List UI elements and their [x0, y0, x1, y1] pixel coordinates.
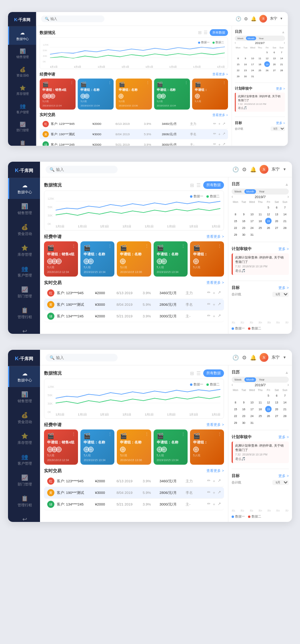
cal-day[interactable] [235, 49, 241, 55]
expense-card-3[interactable]: 🎬 申请组：名称 A B 5人组 2019/10/15 13:34 ⋮ [154, 78, 190, 109]
goal-more[interactable]: 更多 > [276, 120, 285, 125]
cal-day[interactable]: 7 [279, 49, 284, 55]
cal-day[interactable]: 14 [279, 55, 284, 61]
add-icon[interactable]: ＋ [218, 122, 221, 126]
edit-icon[interactable]: ✏ [213, 142, 216, 146]
cal-day[interactable]: 27 [272, 67, 277, 73]
cal-day[interactable]: 23 [242, 67, 248, 73]
add-icon[interactable]: ＋ [218, 132, 221, 136]
card-menu-0[interactable]: ⋮ [70, 81, 74, 85]
expense-card-2-3[interactable]: 🎬 申请组：名称 AB 5人组 2019/10/15 13:34 ⋮ [154, 241, 188, 277]
sidebar-item-3-2[interactable]: 💰 资金活动 [8, 408, 40, 429]
sidebar-item-inventory-2[interactable]: ⭐ 库存管理 [8, 241, 40, 261]
expense-card-1[interactable]: 🎬 申请组：名称 A B 5人组 2019/10/15 13:34 ⋮ [78, 78, 114, 109]
cal-day[interactable] [257, 73, 263, 79]
cal-day-today[interactable]: 19 [264, 61, 270, 67]
sidebar-item-schedule-2[interactable]: 📋 管理行程 [8, 303, 40, 324]
avatar[interactable]: 东 [259, 15, 267, 22]
cal-day[interactable]: 20 [272, 61, 277, 67]
sidebar-item-3-0[interactable]: ☁ 数据中心 [8, 366, 40, 387]
sidebar-item-funds-2[interactable]: 💰 资金活动 [8, 220, 40, 241]
sidebar-item-3-6[interactable]: 📋 管理行程 [8, 491, 40, 512]
sidebar-item-3-5[interactable]: 📈 部门管理 [8, 470, 40, 491]
cal-day[interactable]: 13 [272, 55, 277, 61]
edit-icon[interactable]: ✏ [213, 132, 216, 136]
cal-day[interactable]: 28 [279, 67, 284, 73]
cal-day[interactable] [250, 49, 255, 55]
all-data-button-2[interactable]: 所有数据 [203, 181, 224, 189]
search-input[interactable] [50, 17, 101, 21]
cal-day[interactable]: 24 [250, 67, 255, 73]
card-menu-2[interactable]: ⋮ [146, 81, 150, 85]
cal-day[interactable]: 18 [257, 61, 263, 67]
cal-day[interactable]: 9 [242, 55, 248, 61]
dropdown-icon-2[interactable]: ▼ [283, 167, 286, 171]
goal-select[interactable]: 9月 [270, 126, 285, 131]
sidebar-item-logout-2[interactable]: ↩ 退出 [8, 324, 40, 334]
clock-icon-2[interactable]: 🕐 [232, 167, 239, 173]
expense-card-4[interactable]: 🎬 申请组： A 5人组 ⋮ [192, 78, 228, 109]
cal-day[interactable] [272, 73, 277, 79]
cal-day[interactable]: 21 [279, 61, 284, 67]
cal-day[interactable]: 12 [264, 55, 270, 61]
sidebar-item-inventory[interactable]: ⭐ 库存管理 [8, 81, 36, 100]
cal-tab-year[interactable]: Year [257, 36, 265, 40]
cal-day[interactable]: 22 [235, 67, 241, 73]
search-input-2[interactable] [56, 167, 114, 172]
share-icon[interactable]: ↗ [222, 132, 225, 136]
sidebar-item-customers[interactable]: 👥 客户管理 [8, 100, 36, 118]
cal-day[interactable] [279, 73, 284, 79]
cal-day[interactable] [242, 49, 248, 55]
sidebar-item-data-center[interactable]: ☁ 数据中心 [8, 26, 36, 45]
card-menu-1[interactable]: ⋮ [108, 81, 112, 85]
cal-day[interactable] [257, 49, 263, 55]
sidebar-item-schedule[interactable]: 📋 管理行程 [8, 136, 36, 146]
cal-tab-month[interactable]: Month [246, 36, 256, 40]
search-box[interactable]: 🔍 [41, 15, 104, 22]
gear-icon[interactable]: ⚙ [244, 16, 248, 21]
share-icon[interactable]: ↗ [222, 122, 225, 126]
cal-day[interactable]: 26 [264, 67, 270, 73]
expense-card-0[interactable]: 🎬 申请组：销售4组 A B C 5人组 2019/10/13 12:34 ⋮ [40, 78, 76, 109]
cal-day[interactable]: 11 [257, 55, 263, 61]
dropdown-icon[interactable]: ▼ [280, 17, 283, 20]
cal-tab-week[interactable]: Week [235, 36, 245, 40]
sidebar-item-3-3[interactable]: ⭐ 库存管理 [8, 429, 40, 449]
expense-card-2-2[interactable]: 🎬 申请组：名称 A 5人组 2019/10/15 13:36 ⋮ [117, 241, 151, 277]
bell-icon-2[interactable]: 🔔 [250, 167, 256, 173]
sidebar-item-sales[interactable]: 📊 销售管理 [8, 45, 36, 63]
sidebar-item-departments[interactable]: 📈 部门管理 [8, 118, 36, 136]
expense-card-2-1[interactable]: 🎬 申请组：名称 AB 5人组 2019/10/15 13:34 ⋮ [80, 241, 114, 277]
cal-day[interactable]: 30 [242, 73, 248, 79]
sidebar-item-3-4[interactable]: 👥 客户管理 [8, 449, 40, 470]
expense-card-2-4[interactable]: 🎬 申请组： A 5人组 ⋮ [190, 241, 224, 277]
card-menu-3[interactable]: ⋮ [184, 81, 188, 85]
cal-day[interactable] [264, 73, 270, 79]
sidebar-item-3-1[interactable]: 📊 销售管理 [8, 387, 40, 408]
edit-icon[interactable]: ✏ [213, 122, 216, 126]
cal-day[interactable]: 17 [250, 61, 255, 67]
card-menu-4[interactable]: ⋮ [222, 81, 226, 85]
bell-icon[interactable]: 🔔 [251, 16, 256, 21]
avatar-2[interactable]: 东 [260, 165, 268, 174]
expense-card-2[interactable]: 🎬 申请组：名称 A 5人组 2019/10/15 13:36 ⋮ [116, 78, 152, 109]
expense-more[interactable]: 查看更多 > [212, 72, 228, 76]
cal-day[interactable]: 6 [272, 49, 277, 55]
share-icon[interactable]: ↗ [222, 142, 225, 146]
sidebar-item-data-center-2[interactable]: ☁ 数据中心 [8, 178, 40, 199]
all-data-button[interactable]: 所有数据 [210, 29, 228, 36]
cal-day[interactable]: 15 [235, 61, 241, 67]
transaction-more[interactable]: 查看更多 > [212, 113, 228, 117]
sidebar-item-3-7[interactable]: ↩ 退出 [8, 512, 40, 522]
sidebar-item-departments-2[interactable]: 📈 部门管理 [8, 282, 40, 303]
calendar-collapse-icon[interactable]: ▲ [282, 30, 285, 34]
cal-day[interactable]: 25 [257, 67, 263, 73]
sidebar-item-sales-2[interactable]: 📊 销售管理 [8, 199, 40, 220]
plan-more[interactable]: 更多 > [276, 86, 285, 91]
clock-icon[interactable]: 🕐 [236, 16, 241, 21]
cal-day[interactable]: 10 [250, 55, 255, 61]
search-box-3[interactable]: 🔍 [46, 354, 118, 361]
gear-icon-2[interactable]: ⚙ [242, 167, 247, 173]
sidebar-item-funds[interactable]: 💰 资金活动 [8, 63, 36, 82]
calendar-prev-btn[interactable]: ‹ [235, 41, 236, 45]
